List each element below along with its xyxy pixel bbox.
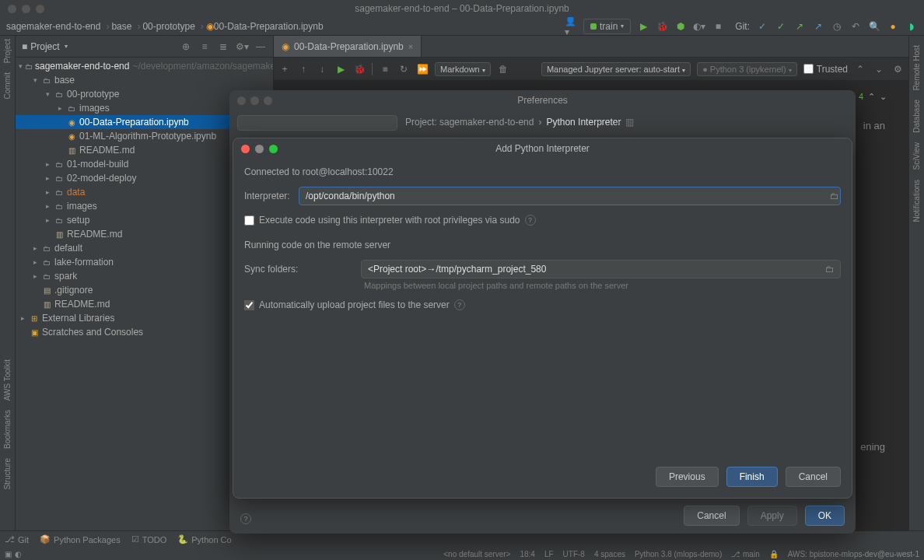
finish-button[interactable]: Finish xyxy=(726,467,778,487)
run-config-selector[interactable]: train ▾ xyxy=(583,19,631,34)
ide-icon[interactable]: ◗ xyxy=(905,20,918,33)
status-lock-icon[interactable]: 🔒 xyxy=(769,550,779,558)
crumb-proto[interactable]: 00-prototype xyxy=(142,21,194,32)
status-aws[interactable]: AWS: bpistone-mlops-dev@eu-west-1 xyxy=(788,550,919,558)
interpreter-path-input[interactable] xyxy=(299,187,841,205)
gutter-aws[interactable]: AWS Toolkit xyxy=(3,359,12,401)
status-branch[interactable]: ⎇ main xyxy=(731,550,759,558)
auto-upload-checkbox[interactable] xyxy=(244,300,254,310)
status-line-sep[interactable]: LF xyxy=(544,550,554,558)
collapse-down-icon[interactable]: ⌄ xyxy=(873,63,885,75)
crumb-root[interactable]: sagemaker-end-to-end xyxy=(6,21,100,32)
user-icon[interactable]: 👤▾ xyxy=(565,20,577,33)
status-encoding[interactable]: UTF-8 xyxy=(563,550,585,558)
window-titlebar: sagemaker-end-to-end – 00-Data-Preparati… xyxy=(0,0,924,17)
down-icon[interactable]: ↓ xyxy=(316,63,328,75)
tab-label: 00-Data-Preparation.ipynb xyxy=(294,41,404,52)
gutter-remote[interactable]: Remote Host xyxy=(912,45,921,90)
gutter-notifications[interactable]: Notifications xyxy=(912,180,921,222)
connected-label: Connected to root@localhost:10022 xyxy=(244,166,841,177)
status-server[interactable]: <no default server> xyxy=(443,550,510,558)
sudo-help-icon[interactable]: ? xyxy=(525,215,536,226)
rollback-icon[interactable]: ↶ xyxy=(849,20,862,33)
tree-base[interactable]: ▾🗀base xyxy=(16,73,273,87)
sync-folders-label: Sync folders: xyxy=(244,260,353,275)
locate-icon[interactable]: ⊕ xyxy=(180,40,192,53)
delete-cell-icon[interactable]: 🗑 xyxy=(497,63,509,75)
run-cell-icon[interactable]: ▶ xyxy=(334,63,347,75)
notebook-icon: ◉ xyxy=(206,21,214,32)
bg-tasks-icon[interactable]: ▣ xyxy=(5,550,12,558)
tab-packages[interactable]: 📦 Python Packages xyxy=(40,534,121,544)
search-icon[interactable]: 🔍 xyxy=(868,20,880,33)
gutter-database[interactable]: Database xyxy=(912,100,921,133)
restart-icon[interactable]: ↻ xyxy=(397,63,410,75)
back-icon[interactable]: ← xyxy=(595,117,604,128)
stop-icon[interactable]: ■ xyxy=(379,63,391,75)
git-update-icon[interactable]: ✓ xyxy=(756,20,768,33)
gutter-structure[interactable]: Structure xyxy=(3,458,12,490)
sudo-label: Execute code using this interpreter with… xyxy=(259,215,520,226)
coverage-icon[interactable]: ⬢ xyxy=(674,20,687,33)
crumb-base[interactable]: base xyxy=(111,21,131,32)
prefs-apply-button[interactable]: Apply xyxy=(747,506,797,526)
expand-icon[interactable]: ≡ xyxy=(198,40,211,53)
settings-icon[interactable]: ● xyxy=(887,20,899,33)
git-push-icon[interactable]: ↗ xyxy=(793,20,806,33)
run-all-icon[interactable]: ⏩ xyxy=(416,63,429,75)
gutter-bookmarks[interactable]: Bookmarks xyxy=(3,410,12,449)
debug-icon[interactable]: 🐞 xyxy=(656,20,668,33)
up-icon[interactable]: ↑ xyxy=(297,63,310,75)
auto-upload-help-icon[interactable]: ? xyxy=(454,299,465,310)
preferences-search[interactable] xyxy=(237,115,397,131)
jupyter-server-select[interactable]: Managed Jupyter server: auto-start ▾ xyxy=(541,62,691,76)
hide-icon[interactable]: — xyxy=(254,40,267,53)
crumb-file[interactable]: 00-Data-Preparation.ipynb xyxy=(214,21,324,32)
prefs-cancel-button[interactable]: Cancel xyxy=(684,506,739,526)
git-history-icon[interactable]: ↗ xyxy=(812,20,824,33)
sync-browse-icon[interactable]: 🗀 xyxy=(824,263,836,275)
right-tool-gutter: Remote Host Database SciView Notificatio… xyxy=(908,36,924,530)
git-commit-icon[interactable]: ✓ xyxy=(775,20,787,33)
run-icon[interactable]: ▶ xyxy=(637,20,649,33)
gutter-project[interactable]: Project xyxy=(3,39,12,63)
cell-type-select[interactable]: Markdown ▾ xyxy=(435,62,491,76)
sudo-checkbox[interactable] xyxy=(244,215,254,226)
gear-icon[interactable]: ⚙▾ xyxy=(236,40,248,53)
window-title: sagemaker-end-to-end – 00-Data-Preparati… xyxy=(355,3,569,14)
traffic-lights[interactable] xyxy=(0,5,44,13)
cancel-button[interactable]: Cancel xyxy=(786,467,841,487)
stop-icon[interactable]: ■ xyxy=(712,20,724,33)
forward-icon[interactable]: → xyxy=(612,117,621,128)
kernel-select[interactable]: ● Python 3 (ipykernel) ▾ xyxy=(697,62,797,76)
help-button[interactable]: ? xyxy=(240,513,251,524)
gutter-commit[interactable]: Commit xyxy=(3,72,12,99)
project-panel-header: ■ Project ▾ ⊕ ≡ ≣ ⚙▾ — xyxy=(16,36,273,58)
status-indent[interactable]: 4 spaces xyxy=(594,550,625,558)
notebook-icon: ◉ xyxy=(282,41,289,52)
add-interpreter-dialog: Add Python Interpreter Connected to root… xyxy=(233,138,852,499)
tab-console[interactable]: 🐍 Python Co xyxy=(177,534,231,544)
gutter-sciview[interactable]: SciView xyxy=(912,142,921,170)
status-pos[interactable]: 18:4 xyxy=(520,550,534,558)
tab-notebook[interactable]: ◉ 00-Data-Preparation.ipynb × xyxy=(274,36,422,57)
nb-settings-icon[interactable]: ⚙ xyxy=(891,63,904,75)
status-interpreter[interactable]: Python 3.8 (mlops-demo) xyxy=(635,550,722,558)
tab-git[interactable]: ⎇ Git xyxy=(5,534,29,544)
prefs-crumb-project[interactable]: Project: sagemaker-end-to-end xyxy=(405,117,534,128)
close-icon[interactable]: × xyxy=(408,42,413,51)
debug-cell-icon[interactable]: 🐞 xyxy=(353,63,366,75)
tree-root[interactable]: ▾🗀 sagemaker-end-to-end ~/development/am… xyxy=(16,59,273,73)
sync-folders-input[interactable] xyxy=(361,260,841,278)
add-cell-icon[interactable]: + xyxy=(278,63,291,75)
history-icon[interactable]: ◷ xyxy=(831,20,843,33)
collapse-icon[interactable]: ≣ xyxy=(217,40,229,53)
collapse-up-icon[interactable]: ⌃ xyxy=(854,63,866,75)
prefs-ok-button[interactable]: OK xyxy=(805,506,845,526)
tab-todo[interactable]: ☑ TODO xyxy=(131,534,167,544)
previous-button[interactable]: Previous xyxy=(656,467,719,487)
progress-icon[interactable]: ◐ xyxy=(15,550,22,558)
trusted-checkbox[interactable]: Trusted xyxy=(803,64,848,75)
profile-icon[interactable]: ◐▾ xyxy=(693,20,705,33)
browse-icon[interactable]: 🗀 xyxy=(828,190,841,202)
